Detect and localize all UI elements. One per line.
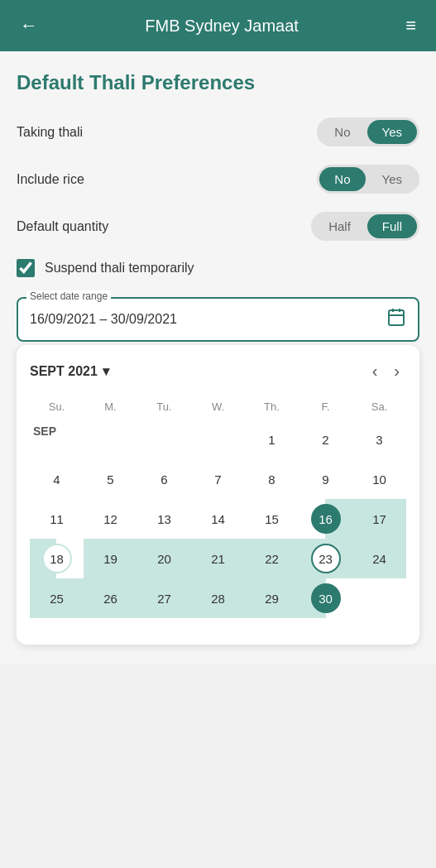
suspend-checkbox[interactable] [17, 259, 35, 277]
day-w: W. [191, 397, 245, 416]
quantity-half[interactable]: Half [314, 214, 366, 238]
prev-month-button[interactable]: ‹ [366, 358, 385, 384]
day-su: Su. [30, 397, 84, 416]
calendar-header: SEPT 2021 ▾ ‹ › [30, 358, 406, 384]
default-quantity-toggle: Half Full [311, 212, 419, 241]
day-4[interactable]: 4 [30, 459, 84, 499]
day-sa: Sa. [352, 397, 406, 416]
calendar-grid: SEP 1 2 3 4 5 6 7 8 9 10 11 12 13 14 15 … [30, 420, 406, 628]
date-range-field[interactable]: Select date range 16/09/2021 – 30/09/202… [17, 297, 419, 342]
date-range-value: 16/09/2021 – 30/09/2021 [30, 312, 177, 327]
include-rice-yes[interactable]: Yes [367, 167, 417, 191]
header-title: FMB Sydney Jamaat [145, 17, 299, 36]
calendar-icon[interactable] [386, 307, 406, 332]
day-29[interactable]: 29 [245, 578, 299, 618]
day-28[interactable]: 28 [191, 578, 245, 618]
month-abbr: SEP [30, 420, 84, 459]
day-15[interactable]: 15 [245, 499, 299, 539]
day-9[interactable]: 9 [299, 459, 352, 499]
day-3[interactable]: 3 [352, 420, 406, 459]
quantity-full[interactable]: Full [367, 214, 417, 238]
taking-thali-no[interactable]: No [319, 120, 365, 144]
day-30[interactable]: 30 [299, 578, 352, 618]
empty-3 [191, 420, 245, 459]
day-10[interactable]: 10 [352, 459, 406, 499]
include-rice-toggle: No Yes [317, 165, 419, 194]
day-12[interactable]: 12 [84, 499, 137, 539]
month-label: SEPT 2021 [30, 364, 98, 379]
day-th: Th. [245, 397, 299, 416]
next-month-button[interactable]: › [387, 358, 406, 384]
day-18[interactable]: 18 [30, 539, 84, 578]
day-27[interactable]: 27 [137, 578, 191, 618]
svg-rect-0 [389, 310, 404, 325]
dropdown-icon: ▾ [103, 363, 109, 379]
default-quantity-row: Default quantity Half Full [17, 212, 419, 241]
day-1[interactable]: 1 [245, 420, 299, 459]
day-17[interactable]: 17 [352, 499, 406, 539]
day-23[interactable]: 23 [299, 539, 352, 578]
empty-1 [84, 420, 137, 459]
day-25[interactable]: 25 [30, 578, 84, 618]
day-24[interactable]: 24 [352, 539, 406, 578]
back-button[interactable]: ← [17, 12, 41, 40]
header: ← FMB Sydney Jamaat ≡ [0, 0, 436, 51]
taking-thali-yes[interactable]: Yes [367, 120, 417, 144]
day-7[interactable]: 7 [191, 459, 245, 499]
suspend-label: Suspend thali temporarily [45, 261, 194, 276]
empty-2 [137, 420, 191, 459]
include-rice-label: Include rice [17, 172, 84, 187]
month-selector[interactable]: SEPT 2021 ▾ [30, 363, 109, 379]
day-14[interactable]: 14 [191, 499, 245, 539]
include-rice-row: Include rice No Yes [17, 165, 419, 194]
content: Default Thali Preferences Taking thali N… [0, 51, 436, 664]
menu-button[interactable]: ≡ [402, 12, 419, 40]
day-headers: Su. M. Tu. W. Th. F. Sa. [30, 397, 406, 416]
calendar: SEPT 2021 ▾ ‹ › Su. M. Tu. W. Th. F. Sa.… [17, 345, 419, 645]
day-8[interactable]: 8 [245, 459, 299, 499]
day-22[interactable]: 22 [245, 539, 299, 578]
day-21[interactable]: 21 [191, 539, 245, 578]
day-5[interactable]: 5 [84, 459, 137, 499]
day-2[interactable]: 2 [299, 420, 352, 459]
date-range-label: Select date range [26, 290, 111, 302]
day-19[interactable]: 19 [84, 539, 137, 578]
day-tu: Tu. [137, 397, 191, 416]
taking-thali-toggle: No Yes [317, 117, 419, 146]
include-rice-no[interactable]: No [319, 167, 365, 191]
default-quantity-label: Default quantity [17, 219, 108, 234]
day-11[interactable]: 11 [30, 499, 84, 539]
page-title: Default Thali Preferences [17, 71, 419, 94]
day-20[interactable]: 20 [137, 539, 191, 578]
taking-thali-row: Taking thali No Yes [17, 117, 419, 146]
day-m: M. [84, 397, 137, 416]
empty-end-2 [30, 618, 84, 628]
day-26[interactable]: 26 [84, 578, 137, 618]
day-13[interactable]: 13 [137, 499, 191, 539]
nav-arrows: ‹ › [366, 358, 406, 384]
day-16[interactable]: 16 [299, 499, 352, 539]
taking-thali-label: Taking thali [17, 125, 83, 140]
day-f: F. [299, 397, 352, 416]
suspend-row: Suspend thali temporarily [17, 259, 419, 277]
empty-end-1 [352, 578, 406, 618]
day-6[interactable]: 6 [137, 459, 191, 499]
date-range-row: 16/09/2021 – 30/09/2021 [30, 307, 406, 332]
